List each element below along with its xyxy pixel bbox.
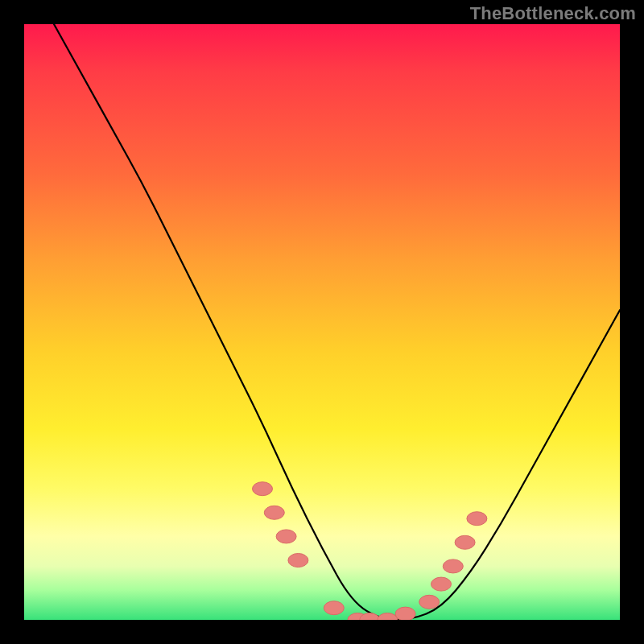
curve-line-group — [54, 24, 620, 620]
marker-point — [455, 535, 475, 549]
chart-frame: TheBottleneck.com — [0, 0, 644, 644]
marker-point — [276, 530, 296, 543]
marker-point — [395, 607, 415, 620]
marker-point — [288, 554, 308, 568]
marker-point — [253, 482, 273, 496]
marker-point — [443, 559, 463, 573]
marker-point — [324, 601, 344, 615]
marker-point — [264, 506, 284, 519]
plot-area — [24, 24, 620, 620]
marker-point — [419, 595, 440, 609]
watermark-text: TheBottleneck.com — [470, 3, 636, 24]
bottleneck-curve — [54, 24, 620, 620]
marker-point — [431, 577, 452, 591]
curve-svg — [24, 24, 620, 620]
marker-point — [467, 512, 487, 526]
marker-point — [378, 613, 398, 621]
marker-group — [253, 482, 487, 620]
